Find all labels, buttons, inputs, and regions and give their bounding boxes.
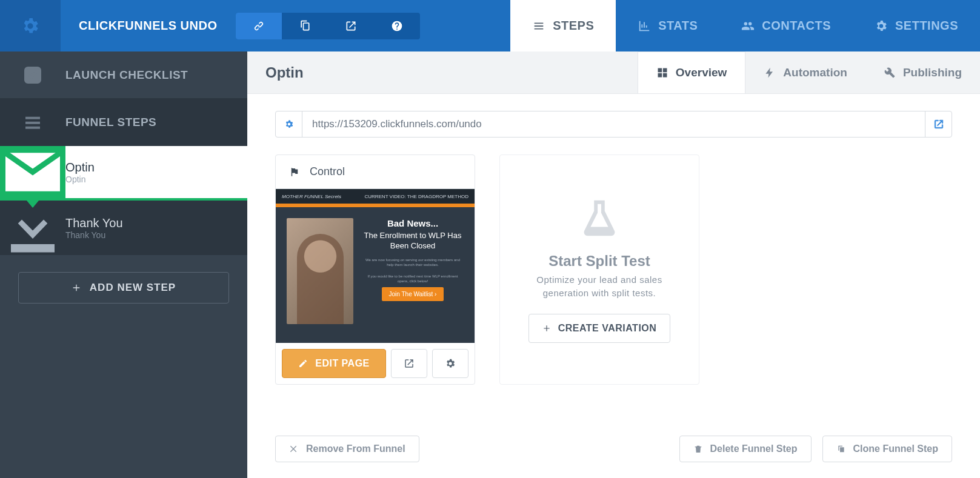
url-settings-button[interactable]	[276, 111, 302, 137]
edit-page-button[interactable]: EDIT PAGE	[282, 349, 386, 378]
x-icon	[289, 444, 299, 454]
funnel-steps-label: FUNNEL STEPS	[65, 116, 156, 129]
subheader: Optin Overview Automation Publishing	[247, 51, 980, 94]
delete-label: Delete Funnel Step	[710, 443, 798, 454]
trash-icon	[693, 444, 703, 454]
help-button[interactable]	[374, 13, 420, 39]
thumb-cta: Join The Waitlist ›	[382, 287, 444, 301]
download-icon	[0, 201, 65, 255]
envelope-icon	[0, 146, 65, 198]
clone-funnel-step-button[interactable]: Clone Funnel Step	[822, 436, 952, 462]
subtab-automation[interactable]: Automation	[745, 51, 865, 93]
top-tabs: STEPS STATS CONTACTS SETTINGS	[510, 0, 980, 51]
clone-icon	[836, 444, 846, 454]
url-bar	[275, 111, 952, 138]
thumb-video-label: CURRENT VIDEO: THE DRAGDROP METHOD	[364, 194, 468, 199]
split-test-description: Optimize your lead and sales generation …	[515, 273, 684, 300]
flask-icon	[578, 197, 621, 239]
add-new-step-button[interactable]: ADD NEW STEP	[18, 272, 229, 304]
control-variation-card: Control MOTHER FUNNEL Secrets CURRENT VI…	[275, 154, 475, 385]
step-title: Thank You	[65, 216, 235, 230]
tab-steps[interactable]: STEPS	[510, 0, 616, 51]
thumb-logo: MOTHER FUNNEL Secrets	[282, 194, 341, 199]
topbar-quick-actions	[236, 13, 420, 39]
split-test-title: Start Split Test	[548, 253, 650, 270]
control-card-header: Control	[276, 155, 475, 189]
edit-icon	[298, 359, 308, 368]
sub-tabs: Overview Automation Publishing	[638, 51, 980, 93]
funnel-title: CLICKFUNNELS UNDO	[61, 19, 236, 33]
plus-icon	[542, 324, 551, 333]
sidebar-step-optin[interactable]: Optin Optin	[0, 146, 247, 201]
subtab-publishing[interactable]: Publishing	[865, 51, 980, 93]
launch-checklist-label: LAUNCH CHECKLIST	[65, 68, 188, 82]
share-link-button[interactable]	[236, 13, 282, 39]
control-label: Control	[310, 165, 345, 178]
check-icon	[0, 65, 65, 85]
footer-actions: Remove From Funnel Delete Funnel Step Cl…	[275, 417, 952, 478]
topbar-settings-icon[interactable]	[0, 0, 61, 51]
bars-icon	[0, 113, 65, 132]
sidebar: LAUNCH CHECKLIST FUNNEL STEPS Optin Opti…	[0, 51, 247, 478]
thumb-photo	[287, 218, 353, 324]
create-variation-button[interactable]: CREATE VARIATION	[528, 314, 671, 343]
duplicate-button[interactable]	[282, 13, 328, 39]
tab-contacts[interactable]: CONTACTS	[719, 0, 853, 51]
main-body: Control MOTHER FUNNEL Secrets CURRENT VI…	[247, 94, 980, 478]
url-open-button[interactable]	[925, 111, 952, 137]
clone-label: Clone Funnel Step	[853, 443, 938, 454]
step-title: Optin	[65, 161, 235, 174]
page-title: Optin	[265, 64, 304, 81]
step-subtitle: Optin	[65, 174, 235, 184]
delete-funnel-step-button[interactable]: Delete Funnel Step	[679, 436, 812, 462]
split-test-card: Start Split Test Optimize your lead and …	[499, 154, 699, 385]
open-page-button[interactable]	[391, 349, 427, 378]
tab-settings[interactable]: SETTINGS	[853, 0, 980, 51]
remove-label: Remove From Funnel	[306, 443, 405, 454]
thumb-small1: We are now focusing on serving our exist…	[362, 257, 464, 268]
open-external-button[interactable]	[328, 13, 374, 39]
main: Optin Overview Automation Publishing Con…	[247, 51, 980, 478]
subtab-overview[interactable]: Overview	[638, 51, 746, 93]
remove-from-funnel-button[interactable]: Remove From Funnel	[275, 436, 419, 462]
topbar: CLICKFUNNELS UNDO STEPS STATS CONTACTS S…	[0, 0, 980, 51]
thumb-subline: The Enrollment to WLP Has Been Closed	[362, 231, 464, 251]
tab-stats[interactable]: STATS	[616, 0, 719, 51]
thumb-small2: If you would like to be notified next ti…	[362, 274, 464, 284]
url-input[interactable]	[302, 111, 925, 137]
edit-page-label: EDIT PAGE	[315, 358, 370, 369]
sidebar-step-thankyou[interactable]: Thank You Thank You	[0, 201, 247, 255]
page-settings-button[interactable]	[432, 349, 468, 378]
page-thumbnail[interactable]: MOTHER FUNNEL Secrets CURRENT VIDEO: THE…	[276, 189, 475, 343]
flag-icon	[289, 167, 300, 178]
create-variation-label: CREATE VARIATION	[558, 323, 657, 334]
thumb-headline: Bad News...	[362, 218, 464, 228]
sidebar-launch-checklist[interactable]: LAUNCH CHECKLIST	[0, 51, 247, 99]
add-new-step-label: ADD NEW STEP	[90, 282, 176, 294]
step-subtitle: Thank You	[65, 230, 235, 240]
